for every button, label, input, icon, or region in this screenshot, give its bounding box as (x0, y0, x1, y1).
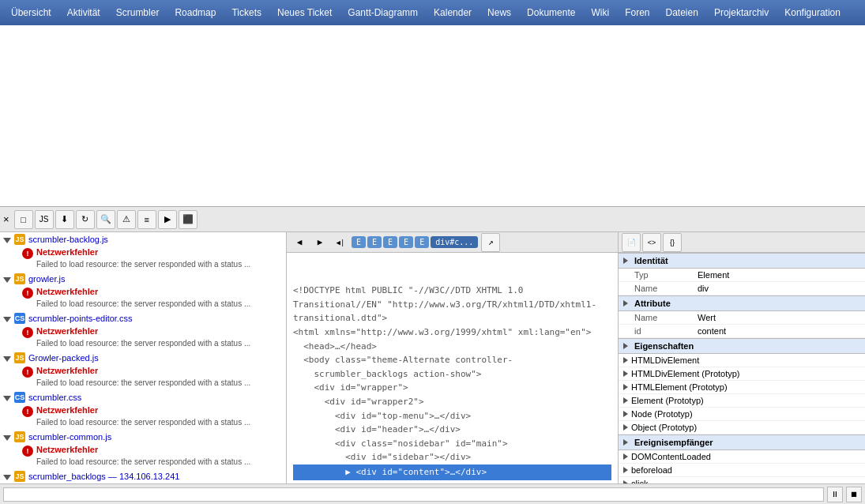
props-item-label: Node (Prototyp) (631, 409, 693, 419)
list-button[interactable]: ≡ (137, 210, 156, 229)
console-panel: JSscrumbler-backlog.js!NetzwerkfehlerFai… (0, 232, 287, 483)
html-forward-button[interactable]: ▶ (310, 233, 329, 252)
nav-item-dokumente[interactable]: Dokumente (519, 4, 583, 21)
scripts-tab[interactable]: JS (35, 210, 54, 229)
stop-button[interactable]: ⏹ (846, 487, 862, 502)
html-source-line[interactable]: <!DOCTYPE html PUBLIC "-//W3C//DTD XHTML… (293, 284, 611, 298)
html-source-line[interactable]: transitional.dtd"> (293, 311, 611, 325)
error-icon: ! (22, 288, 33, 299)
close-devtools-button[interactable]: × (3, 213, 9, 225)
props-tree-item[interactable]: beforeload (619, 464, 865, 477)
props-item-label: HTMLElement (Prototyp) (631, 382, 728, 392)
props-val: div (698, 284, 709, 293)
props-section-header[interactable]: Identität (619, 253, 865, 269)
error-text: Failed to load resource: the server resp… (22, 260, 280, 269)
breadcrumb-e2[interactable]: E (367, 236, 382, 248)
html-source-line[interactable]: <div id="wrapper"> (293, 381, 611, 395)
props-item-label: Object (Prototyp) (631, 423, 697, 432)
error-label: Netzwerkfehler (36, 405, 98, 415)
props-tree-item[interactable]: Element (Prototyp) (619, 394, 865, 408)
html-source-line[interactable]: Transitional//EN" "http://www.w3.org/TR/… (293, 298, 611, 312)
devtools-panel: × □ JS ⬇ ↻ 🔍 ⚠ ≡ ▶ ⬛ JSscrumbler-backlog… (0, 207, 865, 504)
storage-tab[interactable]: ⬇ (55, 210, 74, 229)
props-tree-item[interactable]: Node (Prototyp) (619, 408, 865, 421)
props-item-label: beforeload (631, 465, 672, 475)
props-row: Namediv (619, 282, 865, 295)
html-source-line[interactable]: ▶ <div id="content">…</div> (293, 465, 611, 480)
breadcrumb-div-content[interactable]: div#c... (431, 236, 478, 248)
nav-item-news[interactable]: News (480, 4, 519, 21)
props-section-header[interactable]: Attribute (619, 295, 865, 311)
html-source-line[interactable]: <div id="header">…</div> (293, 423, 611, 437)
html-source-line[interactable]: <div id="wrapper2"> (293, 395, 611, 409)
nav-item-konfiguration[interactable]: Konfiguration (777, 4, 848, 21)
error-icon: ! (22, 446, 33, 457)
nav-item-foren[interactable]: Foren (617, 4, 657, 21)
console-file-item[interactable]: JSgrowler.js!NetzwerkfehlerFailed to loa… (0, 272, 286, 311)
dock-button[interactable]: □ (14, 210, 33, 229)
html-source-line[interactable]: <div class="nosidebar" id="main"> (293, 437, 611, 451)
nav-item-tickets[interactable]: Tickets (224, 4, 269, 21)
console-file-item[interactable]: JSscrumbler_backlogs — 134.106.13.241!Ty… (0, 469, 286, 483)
props-html-button[interactable]: <> (642, 233, 661, 252)
html-source-line[interactable]: <html xmlns="http://www.w3.org/1999/xhtm… (293, 325, 611, 340)
breakpoint-button[interactable]: ⬛ (179, 210, 197, 229)
props-item-label: DOMContentLoaded (631, 452, 711, 461)
warning-button[interactable]: ⚠ (117, 210, 136, 229)
devtools-panels: JSscrumbler-backlog.js!NetzwerkfehlerFai… (0, 232, 865, 483)
props-tree-item[interactable]: HTMLDivElement (619, 354, 865, 367)
console-file-item[interactable]: JSGrowler-packed.js!NetzwerkfehlerFailed… (0, 351, 286, 390)
expand-arrow-icon (623, 370, 628, 377)
nav-item-ganttdiagramm[interactable]: Gantt-Diagramm (340, 4, 426, 21)
console-file-item[interactable]: JSscrumbler-common.js!NetzwerkfehlerFail… (0, 430, 286, 469)
nav-item-scrumbler[interactable]: Scrumbler (108, 4, 167, 21)
props-row: NameWert (619, 311, 865, 325)
props-val: Wert (698, 313, 716, 322)
nav-item-projektarchiv[interactable]: Projektarchiv (706, 4, 777, 21)
error-icon: ! (22, 367, 33, 378)
nav-item-neuesticket[interactable]: Neues Ticket (269, 4, 340, 21)
props-row: idcontent (619, 325, 865, 338)
nav-item-bersicht[interactable]: Übersicht (3, 4, 59, 21)
expand-arrow-icon (623, 357, 628, 363)
console-file-item[interactable]: CSscrumbler.css!NetzwerkfehlerFailed to … (0, 390, 286, 430)
props-key: Name (634, 313, 698, 322)
breadcrumb-e4[interactable]: E (399, 236, 413, 248)
nav-item-kalender[interactable]: Kalender (426, 4, 480, 21)
html-back-button[interactable]: ◀ (290, 233, 309, 252)
nav-item-aktivitt[interactable]: Aktivität (59, 4, 108, 21)
refresh-button[interactable]: ↻ (76, 210, 95, 229)
html-source-line[interactable]: <div id="sidebar"></div> (293, 450, 611, 465)
props-tree-item[interactable]: DOMContentLoaded (619, 450, 865, 464)
error-label: Netzwerkfehler (36, 366, 98, 375)
breadcrumb-e3[interactable]: E (383, 236, 397, 248)
pause-button[interactable]: ⏸ (827, 487, 843, 502)
props-tree-item[interactable]: Object (Prototyp) (619, 421, 865, 434)
search-button[interactable]: 🔍 (96, 210, 115, 229)
props-json-button[interactable]: {} (663, 233, 682, 252)
console-file-item[interactable]: CSscrumbler-points-editor.css!Netzwerkfe… (0, 311, 286, 351)
html-source-line[interactable]: <div id="top-menu">…</div> (293, 409, 611, 423)
nav-item-wiki[interactable]: Wiki (583, 4, 617, 21)
console-file-item[interactable]: JSscrumbler-backlog.js!NetzwerkfehlerFai… (0, 232, 286, 272)
props-section-header[interactable]: Ereignisempfänger (619, 434, 865, 450)
props-tree-item[interactable]: click (619, 477, 865, 483)
html-source-line[interactable]: scrumbler_backlogs action-show"> (293, 367, 611, 382)
nav-item-dateien[interactable]: Dateien (658, 4, 706, 21)
html-inspect-button[interactable]: ◀| (331, 233, 350, 252)
console-input[interactable] (3, 487, 824, 502)
html-source-line[interactable]: <head>…</head> (293, 340, 611, 354)
html-source-line[interactable]: <body class="theme-Alternate controller- (293, 353, 611, 367)
error-label: Netzwerkfehler (36, 326, 98, 336)
nav-item-roadmap[interactable]: Roadmap (167, 4, 224, 21)
play-button[interactable]: ▶ (158, 210, 177, 229)
html-expand-button[interactable]: ↗ (481, 233, 500, 252)
props-tree-item[interactable]: HTMLDivElement (Prototyp) (619, 367, 865, 381)
props-styles-button[interactable]: 📄 (622, 233, 641, 252)
breadcrumb-e1[interactable]: E (352, 236, 366, 248)
breadcrumb-e5[interactable]: E (415, 236, 429, 248)
props-tree-item[interactable]: HTMLElement (Prototyp) (619, 381, 865, 394)
top-navigation: ÜbersichtAktivitätScrumblerRoadmapTicket… (0, 0, 865, 25)
props-section-header[interactable]: Eigenschaften (619, 338, 865, 354)
props-item-label: HTMLDivElement (Prototyp) (631, 369, 740, 378)
